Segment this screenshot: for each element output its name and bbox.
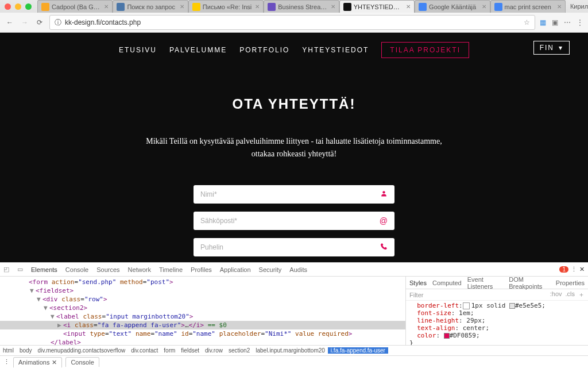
tab-label: Business Streamli (278, 3, 327, 10)
add-rule-icon[interactable]: ＋ (578, 290, 585, 299)
nav-link-portfolio[interactable]: PORTFOLIO (239, 46, 289, 54)
email-field-wrapper: @ (194, 212, 394, 230)
phone-icon (380, 243, 388, 252)
profile-badge[interactable]: Кирилл (566, 3, 588, 10)
extension-icon[interactable]: ⋯ (564, 18, 571, 26)
dom-tree[interactable]: <form action="send.php" method="post"> ▼… (0, 277, 405, 345)
phone-field-wrapper (194, 238, 394, 256)
site-info-icon[interactable]: ⓘ (55, 18, 61, 28)
devtools-tab-console[interactable]: Console (65, 266, 88, 273)
at-icon: @ (380, 216, 388, 225)
tab-label: Поиск по запрос (127, 3, 176, 10)
devtools-tab-application[interactable]: Application (220, 266, 251, 273)
hov-toggle[interactable]: :hov (550, 290, 562, 299)
devtools-panel: ◰ ▭ Elements Console Sources Network Tim… (0, 262, 588, 368)
page-title: OTA YHTEYTTÄ! (23, 96, 565, 112)
window-controls (5, 3, 32, 10)
chevron-down-icon: ▾ (559, 44, 563, 52)
close-tab-icon[interactable]: ✕ (255, 3, 260, 10)
cls-toggle[interactable]: .cls (566, 290, 575, 299)
favicon (343, 3, 351, 11)
styles-rules[interactable]: border-left:1px solid #e5e5e5; font-size… (406, 301, 588, 345)
browser-tab[interactable]: Cadpool (Ba Grou✕ (37, 0, 113, 13)
browser-tab[interactable]: Business Streamli✕ (264, 0, 339, 13)
tab-label: mac print screen (505, 3, 554, 10)
drawer-tab-console[interactable]: Console (65, 357, 99, 367)
user-icon (380, 190, 388, 199)
side-tab-styles[interactable]: Styles (409, 279, 427, 286)
devtools-menu-icon[interactable]: ⋮ (571, 266, 577, 273)
hero-text-line2: ottakaa rohkeasti yhteyttä! (252, 150, 337, 158)
dom-selected-line: ▶<i class="fa fa-append fa-user">…</i> =… (0, 321, 405, 329)
devtools-close-icon[interactable]: ✕ (579, 266, 585, 273)
browser-chrome: Cadpool (Ba Grou✕ Поиск по запрос✕ Письм… (0, 0, 588, 33)
browser-tab[interactable]: Поиск по запрос✕ (113, 0, 188, 13)
close-tab-icon[interactable]: ✕ (331, 3, 335, 10)
devtools-tabs: ◰ ▭ Elements Console Sources Network Tim… (0, 263, 588, 277)
drawer-tab-animations[interactable]: Animations ✕ (13, 357, 62, 367)
devtools-device-icon[interactable]: ▭ (17, 266, 23, 273)
favicon (192, 3, 200, 11)
close-tab-icon[interactable]: ✕ (557, 3, 562, 10)
site-nav: ETUSIVU PALVELUMME PORTFOLIO YHTEYSTIEDO… (0, 33, 588, 67)
close-tab-icon[interactable]: ✕ (104, 3, 109, 10)
favicon (41, 3, 49, 11)
favicon (268, 3, 276, 11)
side-tab-eventlisteners[interactable]: Event Listeners (467, 277, 504, 290)
devtools-tab-elements[interactable]: Elements (31, 266, 57, 273)
back-button[interactable]: ← (5, 17, 15, 28)
forward-button[interactable]: → (20, 17, 30, 28)
cta-button[interactable]: TILAA PROJEKTI (381, 42, 469, 58)
tab-label: Письмо «Re: Insi (203, 3, 252, 10)
drawer-menu-icon[interactable]: ⋮ (3, 358, 10, 366)
side-tab-computed[interactable]: Computed (432, 279, 462, 286)
devtools-drawer: ⋮ Animations ✕ Console (0, 355, 588, 368)
devtools-tab-timeline[interactable]: Timeline (159, 266, 183, 273)
devtools-inspect-icon[interactable]: ◰ (3, 266, 9, 273)
close-tab-icon[interactable]: ✕ (180, 3, 184, 10)
browser-tab-active[interactable]: YHTEYSTIEDOT |✕ (339, 0, 415, 13)
menu-icon[interactable]: ⋮ (577, 18, 583, 26)
close-icon[interactable]: ✕ (52, 359, 57, 366)
email-input[interactable] (200, 217, 380, 225)
dom-breadcrumb[interactable]: html body div.menupadding.contactsoverfl… (0, 345, 588, 355)
extension-icon[interactable]: ▦ (540, 18, 546, 26)
extension-icon[interactable]: ▣ (552, 18, 558, 26)
language-selector[interactable]: FIN ▾ (533, 41, 570, 55)
address-bar[interactable]: ⓘ kk-design.fi/contacts.php ☆ (49, 15, 535, 30)
bookmark-icon[interactable]: ☆ (524, 18, 530, 26)
styles-pane: Styles Computed Event Listeners DOM Brea… (405, 277, 588, 345)
browser-tab[interactable]: Письмо «Re: Insi✕ (188, 0, 264, 13)
devtools-tab-profiles[interactable]: Profiles (191, 266, 212, 273)
close-tab-icon[interactable]: ✕ (406, 3, 411, 10)
phone-input[interactable] (200, 243, 380, 251)
reload-button[interactable]: ⟳ (34, 17, 45, 28)
name-input[interactable] (200, 190, 380, 198)
browser-tab[interactable]: mac print screen✕ (490, 0, 566, 13)
side-tab-dombreakpoints[interactable]: DOM Breakpoints (509, 277, 550, 290)
devtools-tab-audits[interactable]: Audits (289, 266, 307, 273)
error-count-badge[interactable]: 1 (559, 266, 568, 273)
browser-tab[interactable]: Google Kääntäjä✕ (415, 0, 490, 13)
maximize-window-button[interactable] (25, 3, 32, 10)
language-label: FIN (540, 44, 554, 52)
nav-link-palvelumme[interactable]: PALVELUMME (169, 46, 227, 54)
favicon (419, 3, 427, 11)
nav-link-yhteystiedot[interactable]: YHTEYSTIEDOT (302, 46, 369, 54)
url-text: kk-design.fi/contacts.php (65, 18, 141, 26)
close-tab-icon[interactable]: ✕ (482, 3, 486, 10)
devtools-tab-security[interactable]: Security (259, 266, 282, 273)
favicon (494, 3, 502, 11)
styles-filter-input[interactable]: Filter (409, 292, 423, 298)
tab-label: Cadpool (Ba Grou (52, 3, 100, 10)
browser-tabs: Cadpool (Ba Grou✕ Поиск по запрос✕ Письм… (37, 0, 566, 13)
minimize-window-button[interactable] (15, 3, 21, 10)
devtools-tab-sources[interactable]: Sources (96, 266, 119, 273)
devtools-tab-network[interactable]: Network (128, 266, 151, 273)
close-window-button[interactable] (5, 3, 11, 10)
nav-link-etusivu[interactable]: ETUSIVU (119, 46, 157, 54)
page-content: ETUSIVU PALVELUMME PORTFOLIO YHTEYSTIEDO… (0, 33, 588, 262)
name-field-wrapper (194, 185, 394, 204)
side-tab-properties[interactable]: Properties (556, 279, 585, 286)
hero-text-line1: Mikäli Teillä on kysyttävää palveluihimm… (146, 137, 442, 145)
